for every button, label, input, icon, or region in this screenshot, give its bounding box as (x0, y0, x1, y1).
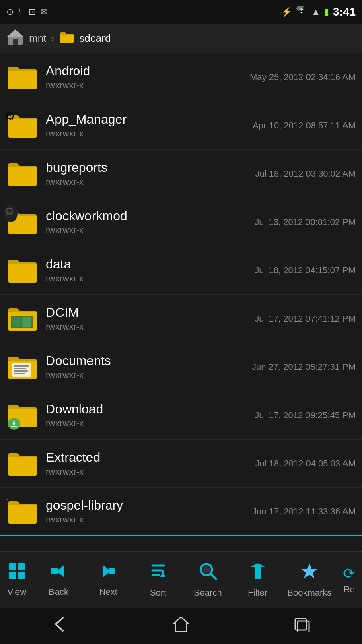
file-date: Jul 18, 2012 04:15:07 PM (255, 265, 356, 276)
status-time: 3:41 (333, 6, 356, 19)
svg-rect-12 (14, 421, 15, 423)
file-date: Jul 18, 2012 03:30:02 AM (255, 169, 356, 179)
more-label: Re (343, 584, 355, 595)
list-item[interactable]: ⚙ ⚙ clockworkmod rwxrwxr-x Jul 13, 2012 … (0, 198, 362, 246)
filter-button[interactable]: Filter (238, 561, 278, 598)
svg-rect-5 (22, 317, 31, 327)
view-label: View (7, 587, 26, 597)
file-info: DCIM rwxrwxr-x (46, 305, 251, 332)
search-label: Search (194, 588, 222, 598)
wifi-icon (296, 6, 307, 18)
file-info: App_Manager rwxrwxr-x (46, 112, 249, 139)
status-icons-right: ⚡ ▲ ▮ 3:41 (281, 6, 356, 19)
gmail-icon: ✉ (41, 7, 48, 17)
nav-back-button[interactable] (51, 616, 69, 636)
file-name: gospel-library (46, 498, 248, 513)
file-perms: rwxrwxr-x (46, 514, 248, 525)
sort-label: Sort (150, 588, 166, 598)
list-item[interactable]: DCIM rwxrwxr-x Jul 17, 2012 07:41:12 PM (0, 295, 362, 343)
svg-marker-32 (301, 563, 317, 578)
svg-marker-31 (250, 563, 266, 579)
folder-icon (6, 448, 39, 480)
more-button[interactable]: ⟳ Re (341, 565, 357, 595)
svg-rect-7 (14, 365, 29, 367)
chat-icon: ⊡ (29, 7, 36, 17)
file-date: Jul 18, 2012 04:05:03 AM (255, 458, 356, 469)
file-date: Jun 17, 2012 11:33:36 AM (252, 506, 356, 517)
list-item[interactable]: Extracted rwxrwxr-x Jul 18, 2012 04:05:0… (0, 440, 362, 488)
list-item[interactable]: bugreports rwxrwxr-x Jul 18, 2012 03:30:… (0, 150, 362, 198)
breadcrumb[interactable]: mnt › sdcard (0, 24, 362, 53)
nav-recents-button[interactable] (293, 616, 311, 636)
sort-button[interactable]: Sort (138, 561, 178, 598)
bottom-toolbar: View Back Next (0, 551, 362, 608)
usb-icon: ⑂ (19, 7, 24, 17)
folder-cog-icon: ⚙ ⚙ (6, 206, 39, 238)
mnt-label[interactable]: mnt (29, 32, 46, 45)
list-item[interactable]: Android rwxrwxr-x May 25, 2012 02:34:16 … (0, 53, 362, 101)
file-perms: rwxrwxr-x (46, 225, 251, 235)
file-perms: rwxrwxr-x (46, 370, 248, 380)
file-date: May 25, 2012 02:34:16 AM (250, 72, 356, 83)
back-label: Back (49, 587, 68, 597)
bookmarks-button[interactable]: Bookmarks (287, 561, 331, 598)
back-arrow-icon (48, 562, 69, 584)
folder-icon (6, 254, 39, 287)
file-name: Android (46, 64, 246, 78)
list-item[interactable]: data rwxrwxr-x Jul 18, 2012 04:15:07 PM (0, 246, 362, 295)
more-icon: ⟳ (343, 565, 355, 582)
file-date: Apr 10, 2012 08:57:11 AM (253, 120, 356, 131)
file-info: Extracted rwxrwxr-x (46, 450, 251, 477)
search-button[interactable]: Search (188, 561, 228, 598)
file-date: Jun 27, 2012 05:27:31 PM (252, 362, 356, 372)
svg-rect-6 (12, 363, 31, 377)
file-name: Download (46, 402, 251, 417)
next-button[interactable]: Next (88, 562, 128, 597)
svg-point-30 (203, 566, 210, 573)
list-item[interactable]: ↑ gospel-library rwxrwxr-x Jun 17, 2012 … (0, 488, 362, 536)
list-item[interactable]: Documents rwxrwxr-x Jun 27, 2012 05:27:3… (0, 343, 362, 391)
folder-gear-icon: ⚙ (6, 109, 39, 142)
filter-label: Filter (248, 588, 267, 598)
svg-rect-35 (298, 621, 309, 632)
file-date: Jul 17, 2012 07:41:12 PM (255, 314, 356, 324)
sort-icon (149, 561, 167, 585)
svg-rect-17 (18, 572, 25, 579)
view-icon (8, 562, 26, 584)
view-button[interactable]: View (5, 562, 29, 597)
list-item[interactable]: ⚙ App_Manager rwxrwxr-x Apr 10, 2012 08:… (0, 101, 362, 150)
svg-rect-10 (14, 373, 25, 374)
battery-icon: ▮ (324, 7, 329, 17)
forward-arrow-icon (98, 562, 119, 584)
svg-marker-33 (174, 617, 188, 632)
file-name: data (46, 257, 251, 272)
next-label: Next (99, 587, 117, 597)
file-perms: rwxrwxr-x (46, 128, 249, 139)
status-icons-left: ⊕ ⑂ ⊡ ✉ (6, 7, 48, 17)
status-bar: ⊕ ⑂ ⊡ ✉ ⚡ ▲ ▮ 3:41 (0, 0, 362, 24)
bluetooth-icon: ⚡ (281, 7, 292, 17)
file-info: bugreports rwxrwxr-x (46, 160, 251, 187)
file-info: data rwxrwxr-x (46, 257, 251, 284)
file-name: DCIM (46, 305, 251, 320)
file-info: Android rwxrwxr-x (46, 64, 246, 91)
signal-icon: ▲ (311, 7, 320, 17)
sdcard-label[interactable]: sdcard (79, 32, 111, 45)
file-name: App_Manager (46, 112, 249, 127)
file-name: bugreports (46, 160, 251, 175)
svg-rect-21 (109, 568, 115, 574)
file-date: Jul 13, 2012 00:01:02 PM (255, 217, 356, 227)
file-perms: rwxrwxr-x (46, 273, 251, 284)
svg-rect-15 (18, 563, 25, 570)
list-item[interactable]: Download rwxrwxr-x Jul 17, 2012 09:25:45… (0, 391, 362, 440)
folder-icon (6, 158, 39, 190)
file-name: Extracted (46, 450, 251, 465)
nav-home-button[interactable] (172, 615, 190, 637)
home-icon[interactable] (6, 28, 24, 49)
folder-docs-icon (6, 351, 39, 383)
svg-rect-34 (295, 619, 306, 630)
back-button[interactable]: Back (39, 562, 79, 597)
svg-rect-14 (9, 563, 16, 570)
svg-rect-4 (12, 317, 21, 327)
svg-marker-1 (7, 29, 23, 37)
